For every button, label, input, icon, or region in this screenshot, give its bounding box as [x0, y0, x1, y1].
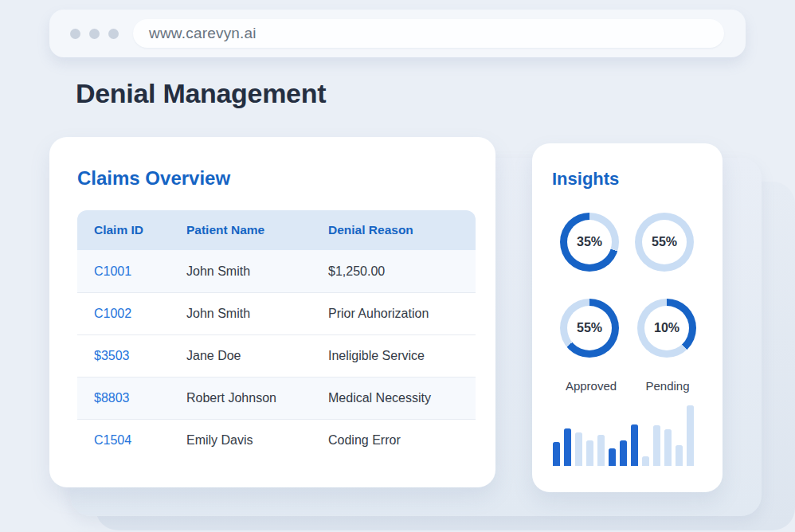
- claims-table: Claim ID Patient Name Denial Reason C100…: [77, 210, 476, 461]
- insights-heading: Insights: [552, 169, 619, 190]
- table-row[interactable]: C1504Emily DavisCoding Error: [77, 419, 476, 461]
- claim-id-link[interactable]: C1001: [77, 264, 186, 279]
- browser-bar: www.carevyn.ai: [49, 10, 746, 57]
- pending-label: Pending: [645, 379, 689, 393]
- bar: [676, 445, 683, 466]
- table-row[interactable]: $8803Robert JohnsonMedical Necessity: [77, 377, 476, 419]
- donut-chart-2: 55%: [635, 213, 694, 272]
- column-header-denial-reason: Denial Reason: [328, 223, 476, 237]
- window-control-dot[interactable]: [70, 29, 80, 39]
- claim-id-link[interactable]: C1002: [77, 307, 186, 321]
- bar: [653, 425, 660, 466]
- patient-name-cell: Jane Doe: [186, 349, 328, 363]
- window-control-dot[interactable]: [89, 29, 100, 39]
- patient-name-cell: Robert Johnson: [186, 391, 328, 405]
- url-bar[interactable]: www.carevyn.ai: [133, 19, 724, 48]
- bar: [553, 442, 560, 466]
- donut-percent-label: 55%: [652, 235, 677, 249]
- denial-reason-cell: Medical Necessity: [328, 391, 476, 405]
- claims-overview-card: Claims Overview Claim ID Patient Name De…: [49, 137, 495, 487]
- column-header-patient-name: Patient Name: [186, 223, 328, 237]
- patient-name-cell: John Smith: [186, 264, 328, 279]
- denial-reason-cell: Prior Auhorization: [328, 307, 476, 321]
- table-row[interactable]: $3503Jane DoeIneligible Service: [77, 334, 476, 377]
- window-controls: [70, 29, 119, 39]
- window-control-dot[interactable]: [108, 29, 119, 39]
- donut-percent-label: 55%: [577, 321, 602, 335]
- claims-overview-heading: Claims Overview: [77, 167, 230, 190]
- denial-reason-cell: $1,250.00: [328, 264, 476, 279]
- bar: [609, 448, 616, 466]
- patient-name-cell: Emily Davis: [186, 433, 328, 448]
- bar: [642, 456, 649, 466]
- bar: [687, 405, 694, 466]
- claim-id-link[interactable]: $8803: [77, 391, 186, 405]
- url-text: www.carevyn.ai: [149, 25, 257, 42]
- claim-id-link[interactable]: $3503: [77, 349, 186, 363]
- page-title: Denial Management: [76, 78, 326, 109]
- claims-table-body: C1001John Smith$1,250.00C1002John SmithP…: [77, 250, 476, 461]
- column-header-claim-id: Claim ID: [77, 223, 186, 237]
- donut-chart-approved: 55%: [560, 299, 619, 358]
- bar: [631, 424, 638, 466]
- bar: [597, 435, 605, 466]
- donut-chart-1: 35%: [560, 213, 619, 272]
- bar-chart: [553, 402, 694, 466]
- donut-percent-label: 35%: [577, 235, 602, 249]
- donut-chart-pending: 10%: [637, 299, 696, 358]
- claims-table-header: Claim ID Patient Name Denial Reason: [77, 210, 476, 250]
- donut-percent-label: 10%: [654, 321, 679, 335]
- bar: [575, 432, 582, 466]
- table-row[interactable]: C1001John Smith$1,250.00: [77, 250, 476, 292]
- approved-label: Approved: [566, 379, 617, 393]
- page: www.carevyn.ai Denial Management Claims …: [0, 0, 795, 532]
- bar: [586, 440, 593, 466]
- insights-card: Insights 35% 55% 55% 10% Approved Pendin…: [532, 143, 723, 492]
- claim-id-link[interactable]: C1504: [77, 433, 186, 448]
- table-row[interactable]: C1002John SmithPrior Auhorization: [77, 292, 476, 334]
- denial-reason-cell: Ineligible Service: [328, 349, 476, 363]
- bar: [620, 440, 627, 466]
- patient-name-cell: John Smith: [186, 307, 328, 321]
- bar: [664, 429, 672, 466]
- bar: [564, 428, 571, 466]
- denial-reason-cell: Coding Error: [328, 433, 476, 448]
